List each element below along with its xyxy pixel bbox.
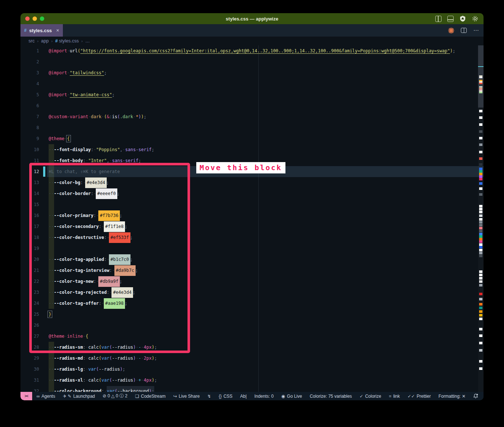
status-launchpad[interactable]: ✈ ✎Launchpad — [63, 394, 95, 399]
minimap-color-mark — [479, 318, 482, 320]
code-line-content: ··--radius-md:·calc(var(--radius)·-·2px)… — [49, 353, 157, 364]
panel-layout-icon[interactable] — [447, 16, 454, 22]
code-line[interactable]: 21··--color-tag-interview:·#da9b7c; — [20, 265, 484, 276]
status-indents[interactable]: Indents: 0 — [254, 394, 274, 399]
chevron-right-icon: › — [37, 39, 39, 43]
minimize-window-button[interactable] — [33, 16, 37, 21]
status-live-share[interactable]: ↪Live Share — [173, 394, 200, 399]
code-line[interactable]: 3@import·"tailwindcss"; — [20, 67, 484, 78]
code-line[interactable]: 25} — [20, 309, 484, 320]
code-line[interactable]: 23··--color-tag-rejected:·#e4e3d4; — [20, 287, 484, 298]
code-line[interactable]: 16··--color-primary:·#f7b736; — [20, 210, 484, 221]
code-line[interactable]: 1@import·url("https://fonts.googleapis.c… — [20, 45, 484, 56]
shield-icon[interactable] — [459, 15, 466, 22]
code-line[interactable]: 28··--radius-sm:·calc(var(--radius)·-·4p… — [20, 342, 484, 353]
status-live-share-icon: ↪ — [173, 394, 177, 399]
code-line-content: } — [49, 309, 51, 320]
code-line[interactable]: 29··--radius-md:·calc(var(--radius)·-·2p… — [20, 353, 484, 364]
split-editor-icon[interactable] — [461, 28, 467, 33]
code-line[interactable]: 18··--color-destructive:·#ef533f; — [20, 232, 484, 243]
breadcrumb-item[interactable]: src — [29, 38, 35, 44]
line-number: 20 — [20, 254, 39, 265]
status-codestream[interactable]: ❏CodeStream — [135, 394, 166, 399]
minimap-color-mark — [479, 227, 482, 229]
code-line[interactable]: 19 — [20, 243, 484, 254]
line-number: 26 — [20, 320, 39, 331]
minimap[interactable] — [478, 45, 484, 392]
code-line[interactable]: 14··--color-border:·#eeeef0; — [20, 188, 484, 199]
code-line[interactable]: 9@theme·{ — [20, 133, 484, 144]
starburst-icon[interactable] — [448, 27, 454, 34]
line-number: 29 — [20, 353, 39, 364]
color-swatch: #eeeef0 — [96, 188, 117, 199]
breadcrumb-item[interactable]: … — [85, 38, 90, 44]
status-language-css[interactable]: {}CSS — [219, 394, 232, 399]
code-line[interactable]: 24··--color-tag-offer:·#aae198; — [20, 298, 484, 309]
traffic-lights — [25, 16, 44, 21]
code-line-content: @import·"tw-animate-css"; — [49, 89, 115, 100]
code-line[interactable]: 30··--radius-lg:·var(--radius); — [20, 364, 484, 375]
status-agents[interactable]: ∞Agents — [37, 394, 55, 399]
code-line[interactable]: 27@theme·inline·{ — [20, 331, 484, 342]
status-prettier[interactable]: ✓✓Prettier — [408, 394, 431, 399]
code-line[interactable]: 31··--radius-xl:·calc(var(--radius)·+·4p… — [20, 375, 484, 386]
status-colorize-count[interactable]: Colorize: 75 variables — [310, 394, 352, 399]
minimap-color-mark — [479, 284, 482, 286]
minimap-color-mark — [479, 243, 482, 246]
code-line[interactable]: 20··--color-tag-applied:·#b1c7c0; — [20, 254, 484, 265]
code-line[interactable]: 10··--font-display:·"Poppins",·sans-seri… — [20, 144, 484, 155]
color-swatch: #f1f1e8 — [104, 221, 125, 232]
chevron-right-icon: › — [51, 39, 53, 43]
breadcrumb-item[interactable]: app — [41, 38, 49, 44]
line-number: 15 — [20, 199, 39, 210]
minimap-color-mark — [479, 221, 482, 224]
settings-gear-icon[interactable] — [472, 15, 478, 22]
code-line[interactable]: 5@import·"tw-animate-css"; — [20, 89, 484, 100]
code-line[interactable]: 32··--color-background:·var(--background… — [20, 386, 484, 392]
line-number: 4 — [20, 78, 39, 89]
code-line-content: ··--color-tag-new:·#db9a9f; — [49, 276, 122, 287]
status-problems[interactable]: ⊘ 0 △ 0 ⓘ 2 — [103, 393, 128, 399]
code-line[interactable]: 4 — [20, 78, 484, 89]
more-actions-icon[interactable]: ⋯ — [473, 27, 479, 34]
code-editor[interactable]: 1@import·url("https://fonts.googleapis.c… — [20, 45, 484, 392]
remote-indicator[interactable]: >< — [20, 392, 32, 400]
zoom-window-button[interactable] — [40, 16, 44, 21]
line-number: 19 — [20, 243, 39, 254]
code-line[interactable]: 22··--color-tag-new:·#db9a9f; — [20, 276, 484, 287]
code-line[interactable]: 15 — [20, 199, 484, 210]
split-columns-icon[interactable] — [435, 16, 442, 22]
code-line[interactable]: 6 — [20, 100, 484, 111]
status-link[interactable]: =link — [389, 394, 400, 399]
status-ab-cursor[interactable]: Ab| — [240, 394, 247, 399]
close-window-button[interactable] — [25, 16, 30, 21]
code-line-content: ··--color-bg:·#e4e3d4; — [49, 177, 109, 188]
code-line[interactable]: 26 — [20, 320, 484, 331]
tab-styles-css[interactable]: # styles.css × — [20, 24, 63, 37]
status-codestream-label: CodeStream — [141, 394, 166, 399]
minimap-color-mark — [479, 137, 482, 139]
line-number: 14 — [20, 188, 39, 199]
status-lightning[interactable]: ↯ — [207, 394, 211, 399]
code-line[interactable]: 13··--color-bg:·#e4e3d4; — [20, 177, 484, 188]
code-line[interactable]: 8 — [20, 122, 484, 133]
status-go-live[interactable]: ◉Go Live — [281, 394, 302, 399]
breadcrumb-item[interactable]: # styles.css — [55, 38, 79, 44]
minimap-color-mark — [479, 218, 482, 221]
line-number: 11 — [20, 155, 39, 166]
code-line-content: ··--color-tag-applied:·#b1c7c0; — [49, 254, 133, 265]
tab-label: styles.css — [29, 28, 52, 33]
status-formatting[interactable]: Formatting: ✕ — [439, 394, 466, 399]
code-line[interactable]: 17··--color-secondary:·#f1f1e8; — [20, 221, 484, 232]
minimap-color-mark — [479, 252, 482, 254]
line-number: 2 — [20, 56, 39, 67]
notifications-bell-icon[interactable] — [473, 393, 478, 399]
minimap-color-mark — [479, 110, 482, 112]
code-line-content: @import·"tailwindcss"; — [49, 67, 107, 78]
color-swatch: #e4e3d4 — [111, 287, 133, 298]
tab-close-icon[interactable]: × — [56, 27, 59, 33]
code-line[interactable]: 2 — [20, 56, 484, 67]
status-language-css-icon: {} — [219, 394, 221, 399]
code-line[interactable]: 7@custom-variant·dark·(&:is(.dark·*)); — [20, 111, 484, 122]
status-colorize[interactable]: ✓Colorize — [360, 394, 381, 399]
